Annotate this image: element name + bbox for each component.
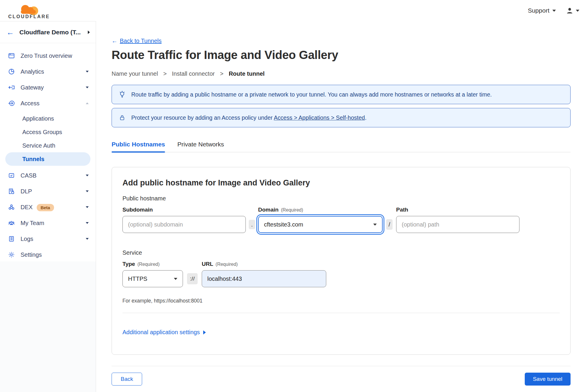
chevron-down-icon[interactable]	[86, 190, 89, 192]
gear-icon	[8, 251, 15, 258]
subdomain-input[interactable]	[122, 216, 246, 233]
service-section-label: Service	[122, 249, 560, 256]
pie-chart-icon	[8, 68, 15, 75]
tab-public-hostnames[interactable]: Public Hostnames	[112, 141, 165, 152]
access-icon	[8, 99, 15, 107]
sidebar-item-access-groups[interactable]: Access Groups	[0, 125, 96, 139]
gateway-icon	[8, 84, 15, 91]
sidebar-footer-area	[0, 261, 96, 392]
route-info-banner: Route traffic by adding a public hostnam…	[112, 85, 571, 104]
required-hint: (Required)	[137, 262, 160, 267]
card-heading: Add public hostname for Image and Video …	[122, 178, 560, 187]
hostname-row: Subdomain . Domain(Required) cftestsite3…	[122, 207, 560, 233]
team-icon	[8, 219, 15, 227]
sidebar: ← Cloudflare Demo (T... Zero Trust overv…	[0, 21, 96, 392]
sidebar-item-dex[interactable]: DEXBeta	[0, 199, 96, 215]
required-hint: (Required)	[281, 207, 303, 212]
type-label: Type(Required)	[122, 261, 183, 267]
dot-separator: .	[249, 220, 255, 229]
access-applications-self-hosted-link[interactable]: Access > Applications > Self-hosted	[274, 114, 365, 121]
back-to-tunnels-link[interactable]: ← Back to Tunnels	[112, 38, 162, 44]
sidebar-item-zero-trust-overview[interactable]: Zero Trust overview	[0, 48, 96, 64]
url-label: URL(Required)	[202, 261, 326, 267]
type-selected-value: HTTPS	[128, 276, 147, 282]
sidebar-item-label: My Team	[21, 220, 80, 227]
support-menu[interactable]: Support	[528, 7, 556, 14]
chevron-up-icon[interactable]	[86, 102, 89, 104]
slash-separator: /	[386, 219, 393, 230]
top-bar: CLOUDFLARE Support	[0, 0, 587, 21]
back-link-label: Back to Tunnels	[120, 38, 162, 44]
step-separator: >	[220, 70, 223, 77]
sidebar-item-tunnels[interactable]: Tunnels	[5, 152, 90, 166]
step-name-your-tunnel[interactable]: Name your tunnel	[112, 70, 158, 77]
chevron-down-icon	[576, 10, 579, 12]
sidebar-item-label: DEXBeta	[21, 204, 80, 211]
wizard-steps: Name your tunnel > Install connector > R…	[112, 70, 571, 77]
sidebar-item-dlp[interactable]: DLP	[0, 183, 96, 199]
step-install-connector[interactable]: Install connector	[172, 70, 215, 77]
url-example-hint: For example, https://localhost:8001	[122, 298, 560, 304]
chevron-right-icon[interactable]	[88, 31, 90, 34]
page-title: Route Traffic for Image and Video Galler…	[112, 48, 571, 62]
back-arrow-icon: ←	[112, 38, 117, 44]
sidebar-account-header[interactable]: ← Cloudflare Demo (T...	[0, 21, 96, 43]
sidebar-item-analytics[interactable]: Analytics	[0, 64, 96, 80]
sidebar-item-gateway[interactable]: Gateway	[0, 80, 96, 95]
chevron-down-icon	[174, 278, 177, 280]
save-tunnel-button[interactable]: Save tunnel	[525, 373, 571, 386]
chevron-down-icon[interactable]	[86, 238, 89, 240]
lock-icon	[118, 114, 126, 121]
chevron-down-icon[interactable]	[86, 87, 89, 88]
sidebar-item-casb[interactable]: CASB	[0, 168, 96, 183]
sidebar-item-applications[interactable]: Applications	[0, 112, 96, 125]
casb-icon	[8, 172, 15, 179]
access-banner-text: Protect your resource by adding an Acces…	[131, 114, 366, 121]
back-arrow-icon[interactable]: ←	[6, 28, 14, 36]
additional-settings-label: Additional application settings	[122, 329, 200, 336]
sidebar-item-label: Zero Trust overview	[21, 53, 89, 59]
sidebar-item-label: Access	[21, 100, 80, 107]
sidebar-item-service-auth[interactable]: Service Auth	[0, 139, 96, 152]
access-sub-list: Applications Access Groups Service Auth …	[0, 111, 96, 168]
user-icon	[566, 7, 573, 14]
sub-item-label: Access Groups	[22, 129, 62, 136]
chevron-down-icon	[373, 224, 377, 226]
path-input[interactable]	[396, 216, 519, 233]
lightbulb-icon	[118, 91, 126, 98]
chevron-right-icon	[203, 330, 206, 334]
sub-item-label: Service Auth	[22, 142, 55, 149]
main-content: ← Back to Tunnels Route Traffic for Imag…	[96, 21, 587, 392]
footer-actions: Back Save tunnel	[112, 373, 571, 386]
sidebar-item-my-team[interactable]: My Team	[0, 215, 96, 231]
footer-divider	[112, 366, 571, 366]
sidebar-item-settings[interactable]: Settings	[0, 247, 96, 263]
domain-select[interactable]: cftestsite3.com	[258, 216, 383, 233]
url-input[interactable]	[202, 270, 326, 287]
card-divider	[122, 313, 560, 313]
sidebar-item-label: Settings	[21, 251, 89, 258]
back-button[interactable]: Back	[112, 373, 142, 386]
tab-private-networks[interactable]: Private Networks	[177, 141, 224, 152]
additional-application-settings-link[interactable]: Additional application settings	[122, 329, 206, 336]
service-row: Type(Required) HTTPS :// URL(Required)	[122, 261, 560, 287]
chevron-down-icon[interactable]	[86, 222, 89, 224]
service-type-select[interactable]: HTTPS	[122, 270, 183, 287]
account-name: Cloudflare Demo (T...	[19, 29, 83, 36]
sidebar-item-label: Logs	[21, 236, 80, 242]
beta-badge: Beta	[37, 204, 54, 211]
sidebar-item-label: CASB	[21, 172, 80, 179]
path-label: Path	[396, 207, 519, 213]
chevron-down-icon	[552, 10, 556, 12]
cloudflare-cloud-icon: CLOUDFLARE	[4, 2, 51, 19]
chevron-down-icon[interactable]	[86, 175, 89, 176]
chevron-down-icon[interactable]	[86, 71, 89, 72]
sub-item-label: Applications	[22, 115, 54, 122]
access-policy-banner: Protect your resource by adding an Acces…	[112, 108, 571, 127]
sidebar-item-label: Gateway	[21, 84, 80, 91]
user-menu[interactable]	[566, 7, 579, 14]
step-separator: >	[163, 70, 167, 77]
chevron-down-icon[interactable]	[86, 206, 89, 208]
sidebar-item-access[interactable]: Access	[0, 95, 96, 111]
sidebar-item-logs[interactable]: Logs	[0, 231, 96, 247]
